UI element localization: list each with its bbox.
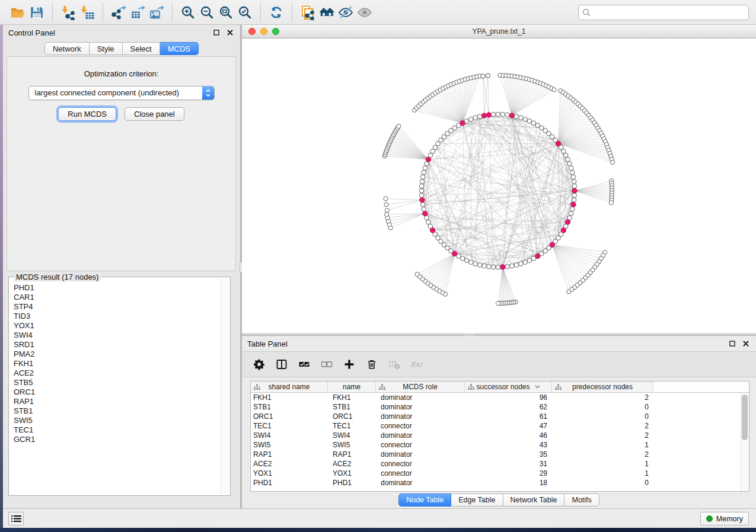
column-header-predecessor-nodes[interactable]: predecessor nodes: [552, 382, 653, 393]
table-row[interactable]: STB1STB1dominator620: [251, 402, 741, 412]
table-cell[interactable]: 0: [552, 402, 653, 412]
table-row[interactable]: FKH1FKH1dominator962: [251, 393, 741, 402]
memory-button[interactable]: Memory: [700, 512, 749, 525]
network-node[interactable]: [420, 175, 425, 180]
mcds-result-item[interactable]: SWI4: [10, 331, 220, 340]
network-node[interactable]: [384, 197, 388, 201]
network-node[interactable]: [464, 258, 469, 263]
table-cell[interactable]: SWI5: [328, 440, 376, 450]
table-cell[interactable]: 1: [552, 469, 653, 478]
network-node[interactable]: [486, 73, 490, 78]
table-row[interactable]: ACE2ACE2connector311: [251, 459, 741, 469]
network-canvas[interactable]: [242, 39, 756, 334]
close-panel-icon[interactable]: [225, 28, 235, 37]
network-window-titlebar[interactable]: YPA_prune.txt_1: [242, 25, 756, 39]
tab-edge-table[interactable]: Edge Table: [451, 493, 503, 507]
close-table-panel-icon[interactable]: [741, 339, 751, 348]
zoom-out-icon[interactable]: [197, 3, 216, 22]
mcds-result-item[interactable]: STB1: [10, 406, 220, 416]
float-panel-icon[interactable]: [212, 28, 221, 37]
open-session-icon[interactable]: [8, 3, 27, 22]
table-row[interactable]: SWI5SWI5connector431: [251, 440, 741, 450]
save-session-icon[interactable]: [27, 3, 46, 22]
network-node[interactable]: [531, 256, 536, 261]
table-cell[interactable]: 35: [465, 450, 552, 459]
tab-node-table[interactable]: Node Table: [398, 493, 451, 507]
network-node[interactable]: [569, 166, 573, 171]
table-cell[interactable]: dominator: [376, 478, 465, 488]
mcds-result-item[interactable]: PHD1: [10, 283, 220, 293]
table-cell[interactable]: 2: [552, 431, 653, 440]
mcds-list-scrollbar[interactable]: [221, 278, 229, 494]
table-cell[interactable]: 62: [465, 402, 552, 412]
optimization-criterion-select[interactable]: largest connected component (undirected): [28, 86, 215, 100]
network-node[interactable]: [420, 203, 425, 207]
table-cell[interactable]: 0: [552, 412, 653, 421]
network-node[interactable]: [496, 112, 500, 117]
network-node[interactable]: [487, 264, 492, 269]
table-cell[interactable]: dominator: [376, 393, 465, 402]
network-node[interactable]: [611, 160, 615, 164]
table-cell[interactable]: 96: [465, 393, 552, 402]
import-network-icon[interactable]: [59, 3, 78, 22]
tab-select[interactable]: Select: [123, 42, 160, 55]
network-node[interactable]: [519, 261, 524, 266]
network-node[interactable]: [464, 119, 469, 124]
mcds-result-item[interactable]: TID3: [10, 312, 220, 321]
network-node[interactable]: [523, 117, 528, 122]
network-node[interactable]: [572, 180, 576, 184]
tab-mcds[interactable]: MCDS: [160, 42, 199, 55]
network-node[interactable]: [567, 162, 572, 166]
network-node[interactable]: [570, 207, 575, 211]
network-node[interactable]: [491, 265, 496, 270]
mcds-result-item[interactable]: PMA2: [10, 350, 220, 359]
table-cell[interactable]: YOX1: [328, 469, 376, 478]
column-header-MCDS-role[interactable]: MCDS role: [376, 382, 465, 393]
mcds-hub-node[interactable]: [500, 265, 505, 270]
network-node[interactable]: [460, 256, 465, 261]
network-node[interactable]: [422, 207, 426, 211]
select-all-icon[interactable]: [297, 357, 311, 371]
table-cell[interactable]: SWI4: [251, 431, 328, 440]
mcds-result-item[interactable]: GCR1: [10, 435, 220, 444]
tab-style[interactable]: Style: [90, 42, 123, 55]
table-cell[interactable]: STB1: [251, 402, 328, 412]
show-columns-icon[interactable]: [275, 357, 289, 371]
table-cell[interactable]: STB1: [328, 402, 376, 412]
tab-network[interactable]: Network: [44, 42, 90, 55]
network-node[interactable]: [385, 208, 389, 212]
mcds-result-item[interactable]: RAP1: [10, 397, 220, 406]
mcds-hub-node[interactable]: [486, 113, 491, 117]
network-node[interactable]: [469, 117, 474, 122]
table-cell[interactable]: 46: [465, 431, 552, 440]
network-node[interactable]: [563, 153, 568, 158]
export-table-icon[interactable]: [128, 3, 147, 22]
network-node[interactable]: [469, 260, 474, 265]
close-panel-button[interactable]: Close panel: [125, 107, 184, 121]
mcds-result-item[interactable]: YOX1: [10, 321, 220, 331]
column-header-shared-name[interactable]: shared name: [251, 382, 328, 393]
network-node[interactable]: [505, 264, 510, 269]
network-node[interactable]: [481, 74, 485, 78]
table-cell[interactable]: PHD1: [328, 478, 376, 488]
new-network-from-selection-icon[interactable]: [298, 3, 317, 22]
network-node[interactable]: [572, 198, 576, 203]
table-cell[interactable]: 1: [552, 440, 653, 450]
deselect-all-icon[interactable]: [320, 357, 334, 371]
network-node[interactable]: [572, 193, 577, 198]
create-column-icon[interactable]: [342, 357, 356, 371]
network-node[interactable]: [566, 157, 570, 162]
first-neighbors-icon[interactable]: [317, 3, 336, 22]
network-node[interactable]: [473, 116, 478, 120]
refresh-view-icon[interactable]: [267, 3, 286, 22]
table-row[interactable]: YOX1YOX1connector291: [251, 469, 741, 478]
table-cell[interactable]: FKH1: [328, 393, 376, 402]
export-image-icon[interactable]: [147, 3, 166, 22]
network-node[interactable]: [419, 193, 424, 198]
network-node[interactable]: [514, 114, 519, 119]
table-cell[interactable]: dominator: [376, 402, 465, 412]
table-row[interactable]: TEC1TEC1connector472: [251, 421, 741, 431]
network-node[interactable]: [482, 264, 487, 268]
column-header-name[interactable]: name: [328, 382, 376, 393]
network-node[interactable]: [419, 188, 424, 193]
